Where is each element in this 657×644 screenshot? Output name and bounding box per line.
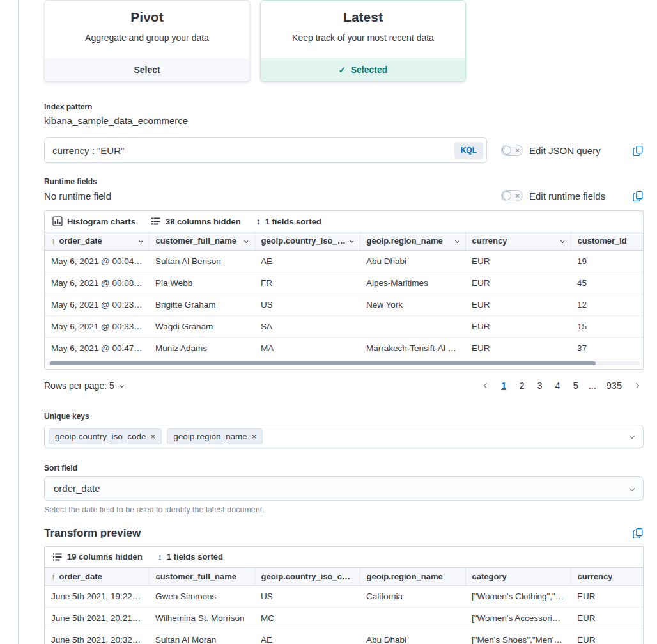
latest-selected-button[interactable]: ✓ Selected xyxy=(261,58,465,81)
chevron-down-icon xyxy=(120,383,124,388)
sort-field-select[interactable]: order_date xyxy=(44,476,644,501)
rows-per-page-button[interactable]: Rows per page: 5 xyxy=(44,381,123,391)
table-cell: EUR xyxy=(465,272,571,294)
histogram-charts-label: Histogram charts xyxy=(67,217,135,226)
table-cell: May 6, 2021 @ 00:47:31... xyxy=(45,337,149,359)
column-header-customer-full-name[interactable]: customer_full_name xyxy=(149,568,254,586)
pivot-card[interactable]: Pivot Aggregate and group your data Sele… xyxy=(44,0,250,82)
table-row: May 6, 2021 @ 00:08:38... Pia Webb FR Al… xyxy=(45,272,643,294)
table-cell: US xyxy=(254,586,360,608)
fields-sorted-button[interactable]: ↕ 1 fields sorted xyxy=(256,216,321,226)
histogram-charts-button[interactable]: Histogram charts xyxy=(52,216,135,226)
table-cell: EUR xyxy=(465,250,571,272)
source-table: ↑order_date customer_full_name geoip.cou… xyxy=(45,232,643,359)
copy-icon[interactable] xyxy=(633,145,644,156)
column-header-currency[interactable]: currency xyxy=(571,568,643,586)
pivot-card-title: Pivot xyxy=(45,10,249,25)
edit-runtime-fields-label: Edit runtime fields xyxy=(529,191,605,201)
columns-hidden-button[interactable]: 19 columns hidden xyxy=(52,552,143,562)
scrollbar-thumb[interactable] xyxy=(50,361,596,365)
query-input-value: currency : "EUR" xyxy=(52,145,454,156)
column-menu-icon[interactable] xyxy=(349,239,353,243)
index-pattern-value: kibana_sample_data_ecommerce xyxy=(44,115,644,126)
table-cell: US xyxy=(254,294,360,315)
page-number-5[interactable]: 5 xyxy=(568,379,584,393)
column-header-country-iso-code[interactable]: geoip.country_iso_co... xyxy=(254,232,360,250)
column-header-customer-id[interactable]: customer_id xyxy=(571,232,643,250)
column-header-country-iso-code[interactable]: geoip.country_iso_code xyxy=(254,568,360,586)
column-header-customer-full-name[interactable]: customer_full_name xyxy=(149,232,254,250)
column-menu-icon[interactable] xyxy=(454,239,458,243)
page-number-2[interactable]: 2 xyxy=(514,379,529,393)
edit-runtime-toggle-group: × Edit runtime fields xyxy=(501,190,605,201)
preview-grid-toolbar: 19 columns hidden ↕ 1 fields sorted xyxy=(45,547,643,568)
source-data-grid: Histogram charts 38 columns hidden ↕ 1 f… xyxy=(44,210,644,370)
table-cell: EUR xyxy=(465,294,571,315)
table-cell: May 6, 2021 @ 00:33:07... xyxy=(45,315,149,337)
column-header-currency[interactable]: currency xyxy=(465,232,571,250)
table-cell: Marrakech-Tensift-Al Hao... xyxy=(360,337,465,359)
table-cell: FR xyxy=(254,272,360,294)
column-header-category[interactable]: category xyxy=(465,568,571,586)
query-input[interactable]: currency : "EUR" KQL xyxy=(44,137,487,163)
column-menu-icon[interactable] xyxy=(560,239,564,243)
kql-language-button[interactable]: KQL xyxy=(454,142,483,159)
table-cell: 15 xyxy=(571,315,643,337)
scrollbar-track[interactable] xyxy=(47,361,640,365)
page-number-3[interactable]: 3 xyxy=(532,379,547,393)
table-cell: EUR xyxy=(571,586,643,608)
fields-sorted-button[interactable]: ↕ 1 fields sorted xyxy=(158,552,223,562)
column-header-region-name[interactable]: geoip.region_name xyxy=(360,232,465,250)
table-cell: MA xyxy=(254,337,360,359)
unique-keys-combobox[interactable]: geoip.country_iso_code × geoip.region_na… xyxy=(44,425,644,448)
unique-key-pill-label: geoip.country_iso_code xyxy=(55,432,146,441)
copy-icon[interactable] xyxy=(633,528,644,538)
table-cell xyxy=(360,608,465,629)
latest-selected-label: Selected xyxy=(351,65,388,75)
copy-icon[interactable] xyxy=(633,191,644,201)
horizontal-scrollbar[interactable] xyxy=(45,359,643,369)
columns-icon xyxy=(52,552,63,562)
sort-asc-icon: ↑ xyxy=(51,572,56,581)
edit-json-query-toggle[interactable]: × xyxy=(501,145,523,156)
pivot-select-button[interactable]: Select xyxy=(45,58,249,81)
panel-left-border xyxy=(18,0,19,644)
table-cell: Muniz Adams xyxy=(149,337,254,359)
preview-header-row: ↑order_date customer_full_name geoip.cou… xyxy=(45,568,643,586)
latest-card-description: Keep track of your most recent data xyxy=(261,33,465,43)
table-cell: California xyxy=(360,586,465,608)
table-cell: Pia Webb xyxy=(149,272,254,294)
column-header-order-date[interactable]: ↑order_date xyxy=(45,568,149,586)
table-cell: EUR xyxy=(571,608,643,629)
remove-icon[interactable]: × xyxy=(151,432,156,441)
sort-fields-icon: ↕ xyxy=(256,216,261,226)
table-cell: MC xyxy=(254,608,360,629)
column-menu-icon[interactable] xyxy=(138,239,142,243)
transform-wizard-page: Pivot Aggregate and group your data Sele… xyxy=(44,0,644,644)
table-row: June 5th 2021, 20:32:38 Sultan Al Moran … xyxy=(45,629,643,644)
page-number-1[interactable]: 1 xyxy=(496,379,511,393)
table-cell: EUR xyxy=(465,337,571,359)
column-menu-icon[interactable] xyxy=(243,239,247,243)
columns-hidden-button[interactable]: 38 columns hidden xyxy=(151,216,241,226)
table-cell: June 5th 2021, 19:22:05 xyxy=(45,586,149,608)
unique-key-pill[interactable]: geoip.country_iso_code × xyxy=(49,428,162,444)
edit-runtime-fields-toggle[interactable]: × xyxy=(501,190,523,201)
chevron-down-icon[interactable] xyxy=(630,434,635,439)
latest-card[interactable]: Latest Keep track of your most recent da… xyxy=(260,0,466,82)
next-page-button[interactable] xyxy=(630,381,644,390)
column-header-order-date[interactable]: ↑order_date xyxy=(45,232,149,250)
table-row: May 6, 2021 @ 00:04:19... Sultan Al Bens… xyxy=(45,250,643,272)
table-cell: ["Women's Clothing","Wo... xyxy=(465,586,571,608)
previous-page-button[interactable] xyxy=(479,381,493,390)
column-header-region-name[interactable]: geoip.region_name xyxy=(360,568,465,586)
chevron-down-icon xyxy=(630,485,635,491)
histogram-icon xyxy=(52,216,63,226)
pivot-select-label: Select xyxy=(134,65,160,75)
page-number-last[interactable]: 935 xyxy=(601,379,627,393)
unique-key-pill[interactable]: geoip.region_name × xyxy=(167,428,263,444)
table-cell: SA xyxy=(254,315,360,337)
table-cell: May 6, 2021 @ 00:04:19... xyxy=(45,250,149,272)
remove-icon[interactable]: × xyxy=(252,432,257,441)
page-number-4[interactable]: 4 xyxy=(550,379,566,393)
